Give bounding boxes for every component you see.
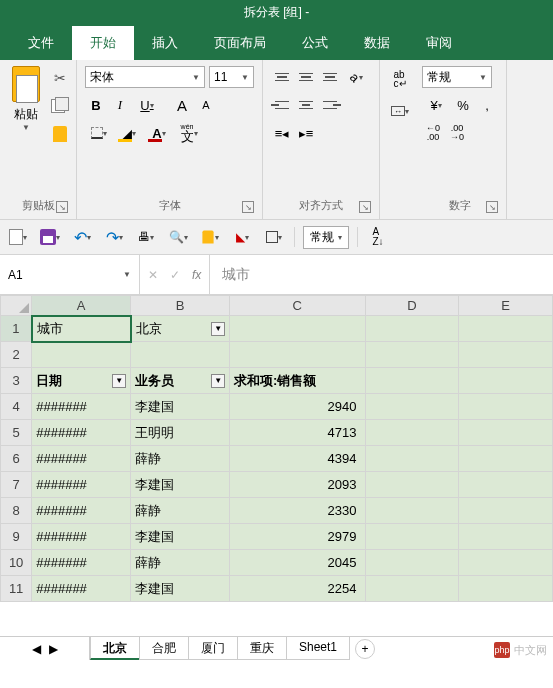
cell[interactable]: ####### [32,446,131,472]
cell[interactable] [459,368,553,394]
comma-button[interactable]: , [476,94,498,116]
cell[interactable]: 2045 [230,550,365,576]
border-button[interactable]: ▾ [85,122,113,144]
qat-preview-button[interactable]: 🔍▾ [166,225,190,249]
cell[interactable]: 李建国 [131,576,230,602]
format-painter-button[interactable] [50,124,70,144]
cell[interactable] [365,394,459,420]
clipboard-launcher[interactable]: ↘ [56,201,68,213]
sheet-tab[interactable]: Sheet1 [286,637,350,660]
font-size-select[interactable]: 11▼ [209,66,254,88]
cell[interactable]: ####### [32,498,131,524]
cell[interactable] [459,472,553,498]
cell[interactable] [365,368,459,394]
cell[interactable] [365,342,459,368]
decrease-decimal-button[interactable]: .00→0 [446,122,468,144]
cell[interactable] [459,420,553,446]
cell[interactable]: 薛静 [131,446,230,472]
tab-home[interactable]: 开始 [72,26,134,60]
cell[interactable]: 4394 [230,446,365,472]
filter-button[interactable]: ▼ [112,374,126,388]
cell-A1[interactable]: 城市 [32,316,131,342]
cell-B3[interactable]: 业务员▼ [131,368,230,394]
cell[interactable] [459,446,553,472]
phonetic-button[interactable]: wén文▾ [175,122,203,144]
cell[interactable]: 薛静 [131,550,230,576]
cell[interactable] [365,472,459,498]
cell[interactable] [459,550,553,576]
paste-button[interactable]: 粘贴 ▼ [6,64,46,196]
cell[interactable] [365,316,459,342]
increase-decimal-button[interactable]: ←0.00 [422,122,444,144]
cell[interactable]: ####### [32,420,131,446]
cell[interactable]: 李建国 [131,524,230,550]
row-header[interactable]: 7 [1,472,32,498]
currency-button[interactable]: ¥▾ [422,94,450,116]
cancel-formula-button[interactable]: ✕ [148,268,158,282]
increase-indent-button[interactable]: ▸≡ [295,122,317,144]
cell[interactable] [459,576,553,602]
orientation-button[interactable]: a▾ [343,66,371,88]
sheet-tab[interactable]: 合肥 [139,637,189,660]
formula-input[interactable]: 城市 [209,255,553,294]
cell[interactable]: ####### [32,550,131,576]
cell-A3[interactable]: 日期▼ [32,368,131,394]
align-launcher[interactable]: ↘ [359,201,371,213]
cell[interactable] [365,446,459,472]
cell-B1[interactable]: 北京▼ [131,316,230,342]
qat-new-button[interactable]: ▾ [6,225,30,249]
row-header[interactable]: 9 [1,524,32,550]
fx-button[interactable]: fx [192,268,201,282]
qat-undo-button[interactable]: ↶▾ [70,225,94,249]
cell[interactable]: 薛静 [131,498,230,524]
filter-button[interactable]: ▼ [211,322,225,336]
percent-button[interactable]: % [452,94,474,116]
row-header[interactable]: 10 [1,550,32,576]
wrap-text-button[interactable]: abc↵ [386,68,414,90]
row-header[interactable]: 5 [1,420,32,446]
sheet-tab[interactable]: 北京 [90,637,140,660]
cell[interactable]: 2254 [230,576,365,602]
bold-button[interactable]: B [85,94,107,116]
filter-button[interactable]: ▼ [211,374,225,388]
cell[interactable] [459,316,553,342]
italic-button[interactable]: I [109,94,131,116]
cell[interactable] [230,342,365,368]
col-header-C[interactable]: C [230,296,365,316]
qat-sort-button[interactable]: AZ↓ [366,225,390,249]
cell-C3[interactable]: 求和项:销售额 [230,368,365,394]
qat-style-select[interactable]: 常规▾ [303,226,349,249]
fill-color-button[interactable]: ◢▾ [115,122,143,144]
accept-formula-button[interactable]: ✓ [170,268,180,282]
cell[interactable] [365,524,459,550]
spreadsheet-grid[interactable]: A B C D E 1 城市 北京▼ 2 3 日期▼ 业务员▼ 求和项:销售额 … [0,295,553,602]
row-header[interactable]: 11 [1,576,32,602]
col-header-A[interactable]: A [32,296,131,316]
cell[interactable]: 李建国 [131,394,230,420]
sheet-tab[interactable]: 重庆 [237,637,287,660]
cell[interactable]: ####### [32,394,131,420]
sheet-nav-prev[interactable]: ◀ [32,642,41,656]
add-sheet-button[interactable]: + [355,639,375,659]
qat-save-button[interactable]: ▾ [38,225,62,249]
align-center-button[interactable] [295,94,317,116]
tab-formula[interactable]: 公式 [284,26,346,60]
row-header[interactable]: 2 [1,342,32,368]
cell[interactable]: 2940 [230,394,365,420]
cell[interactable]: ####### [32,472,131,498]
align-bottom-button[interactable] [319,66,341,88]
cell[interactable] [365,420,459,446]
row-header[interactable]: 1 [1,316,32,342]
cell[interactable]: 4713 [230,420,365,446]
cell[interactable]: 2093 [230,472,365,498]
copy-button[interactable]: ▾ [50,96,70,116]
qat-painter-button[interactable]: ▾ [198,225,222,249]
cell[interactable]: 2330 [230,498,365,524]
number-format-select[interactable]: 常规▼ [422,66,492,88]
cell[interactable]: 2979 [230,524,365,550]
sheet-tab[interactable]: 厦门 [188,637,238,660]
align-middle-button[interactable] [295,66,317,88]
tab-page-layout[interactable]: 页面布局 [196,26,284,60]
row-header[interactable]: 4 [1,394,32,420]
number-launcher[interactable]: ↘ [486,201,498,213]
